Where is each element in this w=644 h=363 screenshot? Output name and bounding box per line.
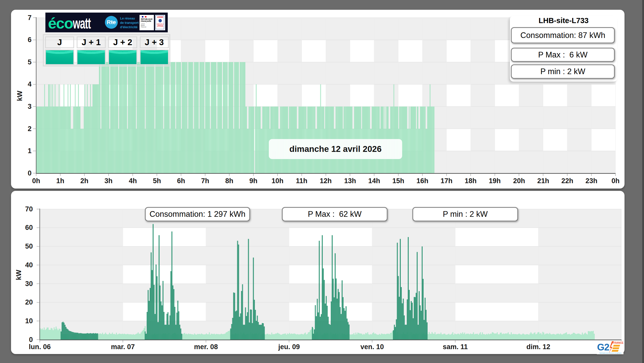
svg-text:Optimisation des ressources én: Optimisation des ressources énergétiques [599, 352, 621, 354]
svg-text:G2: G2 [597, 342, 609, 352]
svg-text:FRANCE: FRANCE [613, 341, 623, 344]
